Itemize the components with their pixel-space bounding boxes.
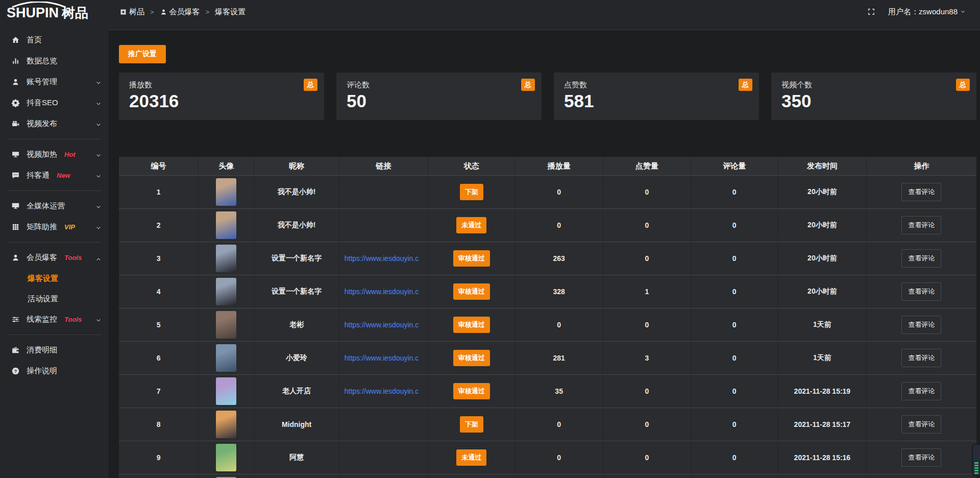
view-comments-button[interactable]: 查看评论 — [901, 316, 941, 334]
action-cell: 查看评论 — [867, 308, 976, 341]
view-comments-button[interactable]: 查看评论 — [901, 183, 941, 201]
menu-divider — [7, 190, 102, 191]
menu-divider — [7, 139, 102, 139]
breadcrumb-label: 会员爆客 — [169, 7, 200, 17]
sidebar-menu: 首页数据总览账号管理抖音SEO视频发布视频加热Hot抖客通New全媒体运营矩阵助… — [0, 26, 109, 381]
avatar-cell — [199, 242, 254, 275]
plays-cell: 281 — [515, 342, 603, 374]
likes-cell — [603, 474, 691, 478]
status-badge[interactable]: 未通过 — [456, 449, 486, 466]
nickname-cell: 设置一个新名字 — [254, 242, 339, 275]
plays-cell: 0 — [515, 176, 603, 208]
status-badge[interactable]: 审核通过 — [453, 250, 490, 267]
sidebar-item-全媒体运营[interactable]: 全媒体运营 — [0, 196, 109, 217]
breadcrumb-item-会员爆客[interactable]: 会员爆客 — [160, 7, 200, 17]
sidebar-item-抖音SEO[interactable]: 抖音SEO — [0, 92, 109, 113]
video-link[interactable]: https://www.iesdouyin.c — [345, 321, 419, 329]
stat-card-total-badge: 总 — [739, 79, 752, 91]
avatar — [216, 444, 236, 471]
status-badge[interactable]: 审核通过 — [453, 383, 490, 399]
stat-card-label: 播放数 — [129, 80, 314, 90]
comments-cell: 0 — [691, 375, 778, 408]
nickname-cell: 阿慧 — [254, 441, 339, 474]
sidebar-item-操作说明[interactable]: ?操作说明 — [0, 361, 109, 381]
promo-settings-button[interactable]: 推广设置 — [119, 45, 166, 63]
time-cell: 20小时前 — [778, 209, 867, 242]
sidebar-item-视频加热[interactable]: 视频加热Hot — [0, 144, 109, 165]
submenu-item-label: 活动设置 — [28, 294, 58, 304]
sidebar-item-label: 会员爆客 — [27, 253, 57, 262]
likes-cell: 0 — [603, 408, 691, 441]
sidebar-item-账号管理[interactable]: 账号管理 — [0, 71, 109, 92]
avatar — [216, 211, 236, 239]
comments-cell: 0 — [691, 242, 778, 275]
stat-card-播放数: 播放数20316总 — [119, 73, 324, 120]
sidebar-item-badge: Hot — [64, 151, 76, 158]
video-link[interactable]: https://www.iesdouyin.c — [345, 387, 419, 395]
status-badge[interactable]: 下架 — [460, 184, 483, 200]
sidebar-item-消费明细[interactable]: 消费明细 — [0, 340, 109, 361]
status-badge[interactable]: 审核通过 — [453, 317, 490, 333]
view-comments-button[interactable]: 查看评论 — [901, 282, 941, 301]
view-comments-button[interactable]: 查看评论 — [901, 415, 941, 434]
sidebar-item-label: 视频发布 — [27, 119, 57, 129]
avatar-cell — [199, 408, 254, 441]
topbar-right: 用户名：zswodun88 — [867, 7, 966, 17]
plays-cell: 0 — [515, 308, 603, 341]
fullscreen-icon[interactable] — [867, 7, 876, 16]
comments-cell: 0 — [691, 209, 778, 242]
video-link[interactable]: https://www.iesdouyin.c — [345, 288, 419, 296]
row-id-cell: 9 — [119, 441, 199, 474]
user-icon — [11, 253, 20, 262]
chevron-down-icon — [95, 203, 102, 209]
username-menu[interactable]: 用户名：zswodun88 — [888, 7, 966, 17]
sidebar-item-矩阵助推[interactable]: 矩阵助推VIP — [0, 217, 109, 237]
status-badge[interactable]: 审核通过 — [453, 283, 490, 300]
breadcrumb-item-树品[interactable]: 树品 — [119, 7, 144, 17]
stat-card-total-badge: 总 — [521, 79, 535, 91]
sidebar-item-首页[interactable]: 首页 — [0, 30, 109, 51]
avatar-cell — [199, 441, 254, 474]
comments-cell: 0 — [691, 308, 778, 341]
menu-divider — [7, 242, 102, 243]
status-badge[interactable]: 审核通过 — [453, 350, 490, 366]
app-icon — [119, 8, 127, 16]
overlay-gauge-widget[interactable] — [972, 444, 980, 476]
main-area: 树品>会员爆客>爆客设置 用户名：zswodun88 推广设置 播放数20316… — [109, 0, 980, 478]
sidebar-item-线索监控[interactable]: 线索监控Tools — [0, 309, 109, 330]
video-link[interactable]: https://www.iesdouyin.c — [345, 254, 419, 262]
breadcrumb-item-爆客设置[interactable]: 爆客设置 — [215, 7, 246, 17]
column-header-发布时间: 发布时间 — [778, 157, 867, 175]
sidebar-item-label: 首页 — [27, 35, 42, 45]
sliders-icon — [11, 315, 20, 324]
sidebar-item-会员爆客[interactable]: 会员爆客Tools — [0, 247, 109, 268]
avatar-cell — [199, 308, 254, 341]
sidebar: SHUPIN 树品 首页数据总览账号管理抖音SEO视频发布视频加热Hot抖客通N… — [0, 0, 109, 478]
sidebar-item-label: 视频加热 — [27, 150, 57, 159]
column-header-链接: 链接 — [339, 157, 429, 175]
svg-text:?: ? — [14, 369, 17, 374]
content: 推广设置 播放数20316总评论数50总点赞数581总视频个数350总 编号头像… — [109, 30, 980, 478]
view-comments-button[interactable]: 查看评论 — [901, 349, 941, 367]
submenu-item-活动设置[interactable]: 活动设置 — [0, 289, 109, 309]
sidebar-item-抖客通[interactable]: 抖客通New — [0, 165, 109, 186]
nickname-cell: 小爱玲 — [254, 342, 339, 374]
likes-cell: 0 — [603, 242, 691, 275]
sidebar-item-label: 操作说明 — [27, 366, 57, 376]
status-badge[interactable]: 未通过 — [456, 217, 486, 233]
video-link[interactable]: https://www.iesdouyin.c — [345, 354, 419, 362]
view-comments-button[interactable]: 查看评论 — [901, 249, 941, 268]
time-cell: 1天前 — [778, 342, 867, 374]
view-comments-button[interactable]: 查看评论 — [901, 216, 941, 234]
breadcrumb-separator: > — [206, 8, 210, 16]
submenu-item-爆客设置[interactable]: 爆客设置 — [0, 268, 109, 289]
sidebar-item-数据总览[interactable]: 数据总览 — [0, 51, 109, 71]
sidebar-item-视频发布[interactable]: 视频发布 — [0, 113, 109, 134]
username-label: 用户名：zswodun88 — [888, 7, 958, 17]
time-cell: 2021-11-28 15:19 — [778, 375, 867, 408]
view-comments-button[interactable]: 查看评论 — [901, 382, 941, 400]
time-cell: 2021-11-28 15:16 — [778, 441, 867, 474]
status-badge[interactable]: 下架 — [460, 416, 483, 433]
row-id-cell: 8 — [119, 408, 199, 441]
view-comments-button[interactable]: 查看评论 — [901, 448, 941, 467]
